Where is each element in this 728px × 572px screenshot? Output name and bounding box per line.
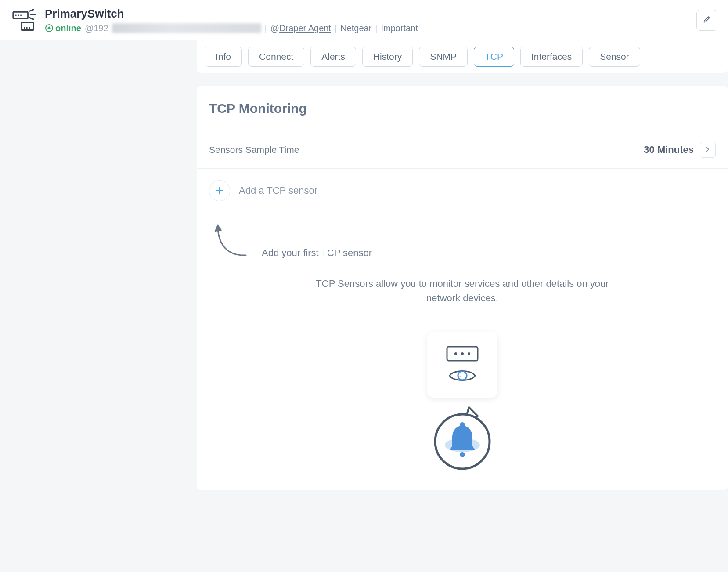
svg-rect-6: [26, 27, 28, 29]
tab-connect[interactable]: Connect: [248, 47, 304, 67]
add-sensor-label: Add a TCP sensor: [239, 185, 317, 196]
sample-time-value: 30 Minutes: [644, 144, 694, 156]
meta-separator: |: [375, 23, 377, 33]
add-tcp-sensor-row[interactable]: Add a TCP sensor: [197, 168, 728, 213]
svg-rect-7: [29, 27, 30, 29]
empty-illustration: [209, 332, 716, 472]
empty-state: Add your first TCP sensor TCP Sensors al…: [197, 213, 728, 490]
svg-point-11: [461, 352, 464, 355]
sample-time-edit-button[interactable]: [700, 142, 716, 158]
agent-link[interactable]: Draper Agent: [279, 23, 331, 33]
chevron-right-icon: [706, 146, 710, 154]
device-title: PrimarySwitch: [45, 7, 691, 21]
agent-prefix: @: [270, 23, 279, 33]
svg-point-2: [18, 14, 19, 16]
hint-text: Add your first TCP sensor: [262, 247, 716, 259]
bell-bubble-icon: [425, 402, 500, 472]
importance-label: Important: [381, 23, 418, 33]
status-indicator: online: [45, 23, 81, 33]
tab-tcp[interactable]: TCP: [474, 47, 514, 67]
tab-snmp[interactable]: SNMP: [419, 47, 468, 67]
svg-point-1: [15, 14, 17, 16]
ip-redacted: [112, 23, 261, 33]
svg-point-16: [460, 422, 465, 427]
tab-interfaces[interactable]: Interfaces: [520, 47, 583, 67]
pencil-icon: [703, 15, 711, 25]
sample-time-label: Sensors Sample Time: [209, 145, 644, 155]
tab-sensor[interactable]: Sensor: [589, 47, 640, 67]
eye-icon: [448, 367, 477, 384]
meta-separator: |: [335, 23, 337, 33]
device-header: PrimarySwitch online @192 | @Draper Agen…: [0, 0, 728, 40]
svg-point-3: [20, 14, 22, 16]
meta-separator: |: [265, 23, 267, 33]
device-heading: PrimarySwitch online @192 | @Draper Agen…: [45, 7, 691, 33]
status-text: online: [55, 23, 81, 33]
tab-history[interactable]: History: [362, 47, 413, 67]
sample-time-row: Sensors Sample Time 30 Minutes: [197, 131, 728, 168]
tab-info[interactable]: Info: [205, 47, 242, 67]
agent-link-wrap[interactable]: @Draper Agent: [270, 23, 331, 33]
ip-prefix: @192: [85, 23, 108, 33]
edit-button[interactable]: [696, 10, 717, 31]
panel-title: TCP Monitoring: [197, 86, 728, 131]
hint-arrow-icon: [211, 221, 250, 261]
tcp-monitoring-panel: TCP Monitoring Sensors Sample Time 30 Mi…: [197, 86, 728, 490]
device-meta: online @192 | @Draper Agent | Netgear | …: [45, 23, 691, 33]
svg-point-17: [460, 452, 465, 457]
vendor-label: Netgear: [340, 23, 371, 33]
svg-point-12: [468, 352, 470, 355]
plus-icon: [209, 180, 230, 201]
monitor-card-icon: [427, 332, 497, 398]
tab-alerts[interactable]: Alerts: [310, 47, 356, 67]
empty-description: TCP Sensors allow you to monitor service…: [313, 276, 612, 305]
tab-bar: Info Connect Alerts History SNMP TCP Int…: [197, 40, 728, 73]
device-type-icon: [11, 6, 39, 34]
svg-point-10: [454, 352, 457, 355]
svg-rect-5: [24, 27, 25, 29]
